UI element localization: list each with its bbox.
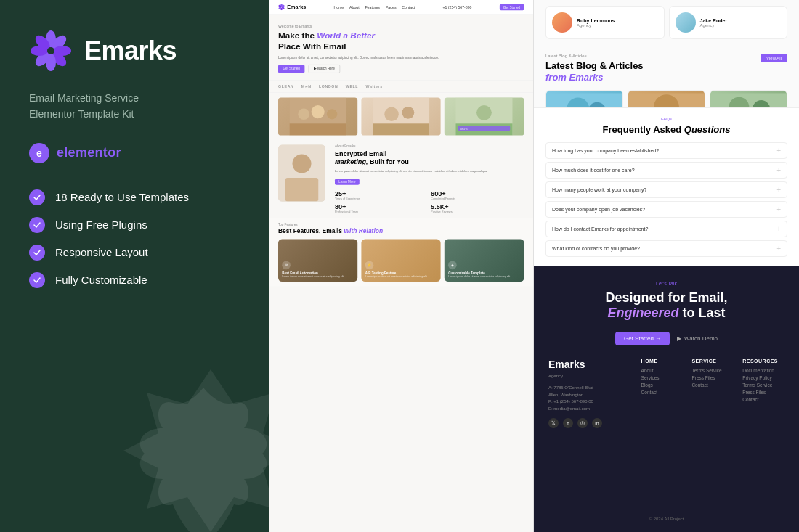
svg-rect-33 <box>285 178 319 201</box>
svg-rect-25 <box>373 123 429 135</box>
footer-brand-name: Emarks <box>548 359 633 370</box>
preview-navbar: Emarks Home About Features Pages Contact… <box>269 0 533 15</box>
faq-question-2: How much does it cost for one care? <box>552 168 635 173</box>
feature-text-4: Fully Customizable <box>55 274 147 286</box>
feat-card-1-icon: ✉ <box>282 261 291 269</box>
watermark-icon <box>102 372 269 532</box>
right-panel: Emarks Home About Features Pages Contact… <box>269 0 799 532</box>
feature-text-1: 18 Ready to Use Templates <box>55 191 189 203</box>
stat-projects: 600+ Completed Projects <box>431 189 524 200</box>
footer-service-title: Service <box>691 359 734 364</box>
footer-resources-contact[interactable]: Contact <box>742 397 784 402</box>
hero-watch-btn[interactable]: ▶ Watch Here <box>308 65 339 73</box>
check-icon-1 <box>29 189 45 205</box>
footer-address: A: 7785 O'Connell Blvd Allen, Washington… <box>548 385 633 412</box>
footer-nav-contact[interactable]: Contact <box>641 390 684 395</box>
hero-text: Welcome to Emarks Make the World a Bette… <box>278 24 524 73</box>
svg-point-32 <box>293 155 312 173</box>
feat-card-2-icon: ⚡ <box>365 261 374 269</box>
hero-title: Make the World a BetterPlace With Email <box>278 31 524 52</box>
person-avatar-1 <box>552 12 572 33</box>
footer-nav-blogs[interactable]: Blogs <box>641 382 684 388</box>
preview-card-3: 99.5% <box>445 98 524 136</box>
preview-hero: Welcome to Emarks Make the World a Bette… <box>269 15 533 80</box>
about-desc: Lorem ipsum dolor sit amet consectetur a… <box>335 168 524 172</box>
facebook-icon[interactable]: f <box>563 418 573 428</box>
nav-links: Home About Features Pages Contact <box>333 5 415 9</box>
blog-cards: Web Focus December 30 2024 Work Hard, Se… <box>545 90 787 107</box>
preview-card-1 <box>278 98 357 136</box>
footer-nav-about[interactable]: About <box>641 368 684 373</box>
person-card-1: Ruby Lemmons Agency <box>545 6 665 39</box>
person-cards: Ruby Lemmons Agency Jake Roder Agency <box>534 0 799 44</box>
faq-expand-icon-5: + <box>776 225 781 233</box>
nav-cta-btn[interactable]: Get Started <box>500 4 524 10</box>
hero-get-started-btn[interactable]: Get Started <box>278 65 304 73</box>
stat-team: 80+ Professional Team <box>335 202 428 213</box>
footer-resources-terms[interactable]: Terms Service <box>742 382 784 388</box>
footer-resources-title: Resources <box>742 359 784 364</box>
learn-more-btn[interactable]: Learn More <box>335 179 360 184</box>
about-title: Encrypted EmailMarketing, Built for You <box>335 150 524 166</box>
footer-service-col: Service Terms Service Press Files Contac… <box>691 359 734 506</box>
logo-london: LONDON <box>319 84 338 89</box>
faq-item-5[interactable]: How do I contact Emarks for appointment?… <box>545 221 787 237</box>
feat-card-2: ⚡ A/B Testing Feature Lorem ipsum dolor … <box>362 240 441 282</box>
faq-item-4[interactable]: Does your company open job vacancies? + <box>545 201 787 218</box>
blog-tag: Latest Blog & Articles <box>545 54 644 58</box>
faq-section: FAQs Frequently Asked Questions How long… <box>534 107 799 266</box>
faq-item-6[interactable]: What kind of contracts do you provide? + <box>545 240 787 257</box>
feat-card-3: ◈ Customizable Template Lorem ipsum dolo… <box>445 240 524 282</box>
faq-item-3[interactable]: How many people work at your company? + <box>545 181 787 198</box>
nav-link-features: Features <box>365 5 380 9</box>
logos-strip: GLEAN M∞N LONDON WELL Walters <box>269 80 533 93</box>
footer-service-press[interactable]: Press Files <box>691 375 734 380</box>
left-panel: Emarks Email Marketing Service Elementor… <box>0 0 269 532</box>
twitter-icon[interactable]: 𝕏 <box>548 418 559 428</box>
faq-question-1: How long has your company been establish… <box>552 148 659 153</box>
brand-subtitle: Email Marketing Service Elementor Templa… <box>29 90 240 123</box>
svg-point-18 <box>298 108 309 120</box>
about-image <box>278 145 325 202</box>
screenshot-main: Emarks Home About Features Pages Contact… <box>269 0 534 532</box>
feature-cards: ✉ Best Email Automation Lorem ipsum dolo… <box>278 240 524 282</box>
dark-section-title: Designed for Email,Engineered to Last <box>548 290 784 322</box>
site-preview: Emarks Home About Features Pages Contact… <box>269 0 533 345</box>
brand-name: Emarks <box>84 36 177 66</box>
elementor-label: elementor <box>57 145 121 160</box>
dark-watch-demo-btn[interactable]: ▶ Watch Demo <box>677 332 718 345</box>
elementor-icon: e <box>29 143 49 163</box>
footer-resources-docs[interactable]: Documentation <box>742 368 784 373</box>
faq-item-2[interactable]: How much does it cost for one care? + <box>545 162 787 179</box>
screenshot-bottom-right: Let's Talk Designed for Email,Engineered… <box>534 266 799 533</box>
nav-link-contact: Contact <box>402 5 415 9</box>
nav-phone: +1 (254) 567-890 <box>442 5 471 9</box>
blog-section: Latest Blog & Articles Latest Blog & Art… <box>534 44 799 107</box>
footer-resources-press[interactable]: Press Files <box>742 390 784 395</box>
features-tag: Top Features <box>278 223 524 226</box>
feature-item-4: Fully Customizable <box>29 272 240 288</box>
feature-item-3: Responsive Layout <box>29 245 240 261</box>
elementor-badge: e elementor <box>29 143 240 163</box>
footer-service-terms[interactable]: Terms Service <box>691 368 734 373</box>
blog-view-all-btn[interactable]: View All <box>761 54 787 62</box>
footer-resources-privacy[interactable]: Privacy Policy <box>742 375 784 380</box>
footer-service-contact-link[interactable]: Contact <box>691 382 734 388</box>
linkedin-icon[interactable]: in <box>592 418 602 428</box>
nav-link-home: Home <box>333 5 344 9</box>
top-right-content: Ruby Lemmons Agency Jake Roder Agency <box>534 0 799 266</box>
footer-nav-services[interactable]: Services <box>641 375 684 380</box>
faq-item-1[interactable]: How long has your company been establish… <box>545 142 787 159</box>
feature-text-2: Using Free Plugins <box>55 218 147 231</box>
instagram-icon[interactable]: ◎ <box>577 418 588 428</box>
feat-card-2-label: ⚡ A/B Testing Feature Lorem ipsum dolor … <box>365 261 437 277</box>
svg-rect-21 <box>290 123 346 135</box>
brand-logo-icon <box>29 29 73 73</box>
footer-nav-title: Home <box>641 359 684 364</box>
blog-card-img-3 <box>710 91 787 107</box>
dark-get-started-btn[interactable]: Get Started → <box>615 332 670 345</box>
svg-text:99.5%: 99.5% <box>460 127 469 131</box>
faq-items: How long has your company been establish… <box>545 142 787 257</box>
screenshots-grid: Emarks Home About Features Pages Contact… <box>269 0 799 532</box>
features-list: 18 Ready to Use Templates Using Free Plu… <box>29 189 240 288</box>
